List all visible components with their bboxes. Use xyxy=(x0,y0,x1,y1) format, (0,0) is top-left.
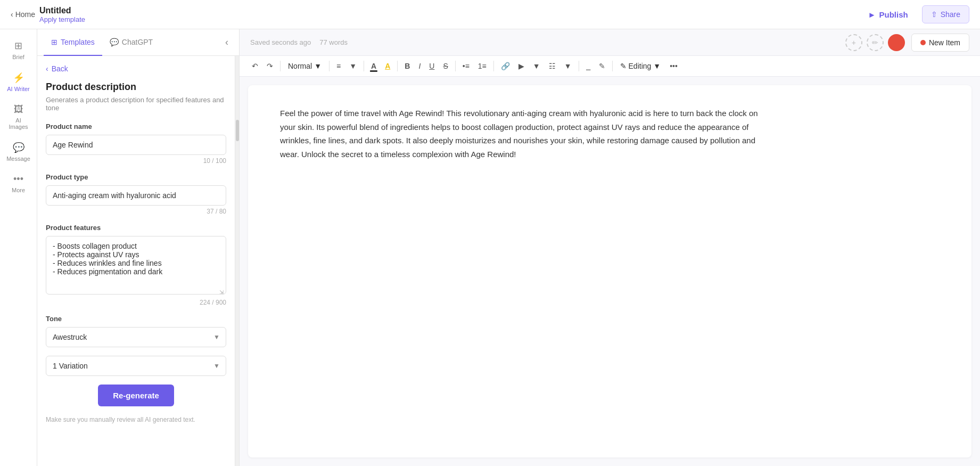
saved-status: Saved seconds ago xyxy=(250,38,311,46)
editor-text: Feel the power of time travel with Age R… xyxy=(280,107,759,161)
word-count: 77 words xyxy=(319,38,348,46)
back-link[interactable]: ‹ Back xyxy=(46,64,226,73)
toolbar-divider-7 xyxy=(579,61,579,71)
highlight-button[interactable]: A xyxy=(381,59,394,73)
chatgpt-tab-icon: 💬 xyxy=(110,38,119,46)
editor-content[interactable]: Feel the power of time travel with Age R… xyxy=(248,85,971,457)
avatar-person-icon: ✏ xyxy=(872,38,878,47)
new-item-dot xyxy=(920,40,926,45)
font-color-button[interactable]: A xyxy=(367,59,380,73)
avatar-add-icon: + xyxy=(852,38,856,47)
editor-area: Saved seconds ago 77 words + ✏ New Item xyxy=(240,29,980,466)
comment-button[interactable]: ✎ xyxy=(595,59,609,73)
italic-button[interactable]: I xyxy=(415,59,424,73)
lightning-icon: ⚡ xyxy=(13,72,24,84)
product-features-field: Product features - Boosts collagen produ… xyxy=(46,224,226,306)
apply-template-link[interactable]: Apply template xyxy=(39,15,85,23)
product-type-input[interactable] xyxy=(46,185,226,206)
underline-button[interactable]: U xyxy=(425,59,438,73)
templates-tab-label: Templates xyxy=(61,38,95,46)
publish-arrow-icon: ► xyxy=(868,10,876,19)
toolbar-divider-3 xyxy=(364,61,364,71)
ai-writer-label: AI Writer xyxy=(7,86,30,92)
tone-select[interactable]: Awestruck Professional Casual Friendly E… xyxy=(46,327,226,347)
image-button[interactable]: ▶ xyxy=(515,59,528,73)
back-label: Back xyxy=(52,64,68,73)
avatar-user xyxy=(888,34,905,51)
product-features-textarea[interactable]: - Boosts collagen product - Protects aga… xyxy=(46,236,226,295)
sidebar-item-brief[interactable]: ⊞ Brief xyxy=(3,36,34,64)
avatar-placeholder-2: ✏ xyxy=(867,34,884,51)
share-button[interactable]: ⇧ Share xyxy=(922,5,969,23)
toolbar: ↶ ↷ Normal ▼ ≡ ▼ A A B I U S •≡ 1≡ xyxy=(240,56,980,77)
sidebar-item-message[interactable]: 💬 Message xyxy=(3,137,34,166)
sidebar-item-more[interactable]: ••• More xyxy=(3,169,34,198)
font-color-bar xyxy=(370,70,377,72)
align-chevron-button[interactable]: ▼ xyxy=(345,59,360,73)
align-button[interactable]: ≡ xyxy=(333,59,344,73)
new-item-button[interactable]: New Item xyxy=(911,34,969,52)
product-name-field: Product name 10 / 100 xyxy=(46,122,226,165)
product-name-label: Product name xyxy=(46,122,226,130)
style-dropdown[interactable]: Normal ▼ xyxy=(284,59,326,73)
product-name-counter: 10 / 100 xyxy=(46,157,226,165)
share-icon: ⇧ xyxy=(931,10,937,19)
link-button[interactable]: 🔗 xyxy=(497,59,514,73)
left-panel: ⊞ Templates 💬 ChatGPT ‹ ‹ Back Product d… xyxy=(37,29,240,466)
home-link[interactable]: ‹ Home xyxy=(11,10,35,19)
scroll-thumb[interactable] xyxy=(236,120,239,141)
sidebar-item-ai-writer[interactable]: ⚡ AI Writer xyxy=(3,68,34,96)
tone-field: Tone Awestruck Professional Casual Frien… xyxy=(46,315,226,347)
undo-button[interactable]: ↶ xyxy=(248,59,262,73)
tab-chatgpt[interactable]: 💬 ChatGPT xyxy=(102,29,160,56)
brief-icon: ⊞ xyxy=(14,40,22,52)
font-color-label: A xyxy=(371,62,376,70)
editor-avatars: + ✏ xyxy=(845,34,905,51)
main-layout: ⊞ Brief ⚡ AI Writer 🖼 AI Images 💬 Messag… xyxy=(0,29,980,466)
table-chevron-button[interactable]: ▼ xyxy=(561,59,575,73)
icon-sidebar: ⊞ Brief ⚡ AI Writer 🖼 AI Images 💬 Messag… xyxy=(0,29,37,466)
templates-tab-icon: ⊞ xyxy=(51,38,57,46)
editor-topbar: Saved seconds ago 77 words + ✏ New Item xyxy=(240,29,980,56)
tab-templates[interactable]: ⊞ Templates xyxy=(44,29,102,56)
variation-select-wrap: 1 Variation 2 Variations 3 Variations ▼ xyxy=(46,356,226,376)
redo-button[interactable]: ↷ xyxy=(263,59,277,73)
strikethrough-button[interactable]: S xyxy=(439,59,451,73)
ai-images-label: AI Images xyxy=(6,117,31,130)
resize-handle[interactable]: ⇲ xyxy=(218,288,225,296)
more-label: More xyxy=(12,187,25,193)
table-button[interactable]: ☷ xyxy=(545,59,559,73)
disclaimer-text: Make sure you manually review all AI gen… xyxy=(46,415,226,424)
numbered-list-button[interactable]: 1≡ xyxy=(474,59,490,73)
editing-dropdown[interactable]: ✎ Editing ▼ xyxy=(616,59,665,73)
pencil-icon: ✎ xyxy=(620,62,627,70)
image-chevron-button[interactable]: ▼ xyxy=(529,59,544,73)
sidebar-item-ai-images[interactable]: 🖼 AI Images xyxy=(3,100,34,134)
features-counter: 224 / 900 xyxy=(46,299,226,306)
more-options-button[interactable]: ••• xyxy=(666,59,681,73)
doc-title: Untitled xyxy=(39,6,85,15)
message-label: Message xyxy=(6,156,30,162)
product-type-field: Product type 37 / 80 xyxy=(46,173,226,215)
more-icon: ••• xyxy=(13,174,23,185)
tone-label: Tone xyxy=(46,315,226,323)
publish-button[interactable]: ► Publish xyxy=(861,6,916,23)
style-chevron-icon: ▼ xyxy=(314,62,322,70)
regenerate-button[interactable]: Re-generate xyxy=(98,385,174,406)
publish-label: Publish xyxy=(879,10,908,19)
product-features-label: Product features xyxy=(46,224,226,232)
editor-meta: Saved seconds ago 77 words xyxy=(250,38,348,46)
product-name-input[interactable] xyxy=(46,135,226,155)
section-desc: Generates a product description for spec… xyxy=(46,96,226,112)
product-type-label: Product type xyxy=(46,173,226,181)
panel-content: ‹ Back Product description Generates a p… xyxy=(37,56,235,466)
variation-select[interactable]: 1 Variation 2 Variations 3 Variations xyxy=(46,356,226,376)
features-textarea-wrap: - Boosts collagen product - Protects aga… xyxy=(46,236,226,297)
strikeout-button[interactable]: ⎯ xyxy=(582,59,594,73)
avatar-placeholder-1: + xyxy=(845,34,862,51)
bold-button[interactable]: B xyxy=(401,59,414,73)
bullet-list-button[interactable]: •≡ xyxy=(459,59,473,73)
collapse-panel-button[interactable]: ‹ xyxy=(221,35,233,50)
toolbar-divider-2 xyxy=(329,61,330,71)
top-bar: ‹ Home Untitled Apply template ► Publish… xyxy=(0,0,980,29)
